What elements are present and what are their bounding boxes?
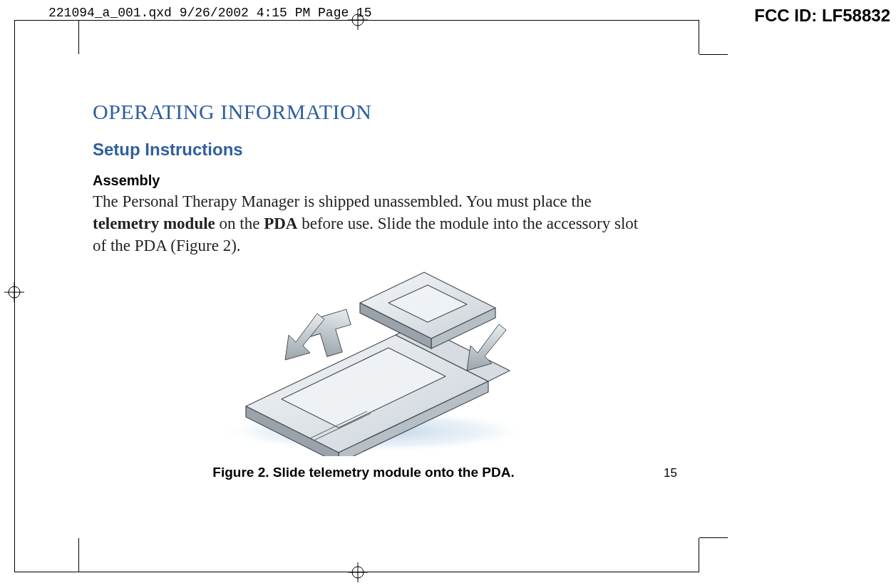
pda-telemetry-illustration bbox=[182, 264, 552, 456]
crop-mark bbox=[78, 20, 79, 54]
registration-mark-icon bbox=[348, 562, 368, 582]
heading-assembly: Assembly bbox=[93, 172, 642, 189]
page-content: OPERATING INFORMATION Setup Instructions… bbox=[93, 100, 642, 480]
crop-mark bbox=[699, 54, 728, 55]
body-text: on the bbox=[215, 215, 264, 232]
body-bold-pda: PDA bbox=[264, 215, 297, 232]
fcc-id-label: FCC ID: LF58832 bbox=[754, 6, 890, 26]
crop-mark bbox=[78, 538, 79, 572]
crop-mark bbox=[699, 20, 699, 54]
heading-main: OPERATING INFORMATION bbox=[93, 100, 642, 124]
arrow-right-icon bbox=[467, 324, 506, 371]
page-number: 15 bbox=[634, 466, 677, 480]
body-text: The Personal Therapy Manager is shipped … bbox=[93, 192, 592, 210]
print-header: 221094_a_001.qxd 9/26/2002 4:15 PM Page … bbox=[48, 6, 372, 20]
heading-sub: Setup Instructions bbox=[93, 140, 642, 160]
figure-2: Figure 2. Slide telemetry module onto th… bbox=[93, 264, 642, 480]
body-paragraph: The Personal Therapy Manager is shipped … bbox=[93, 190, 642, 257]
registration-mark-icon bbox=[348, 10, 368, 30]
figure-caption: Figure 2. Slide telemetry module onto th… bbox=[93, 465, 634, 480]
crop-mark bbox=[699, 538, 699, 572]
registration-mark-icon bbox=[4, 282, 24, 302]
body-bold-telemetry-module: telemetry module bbox=[93, 215, 215, 232]
crop-mark bbox=[699, 537, 728, 538]
